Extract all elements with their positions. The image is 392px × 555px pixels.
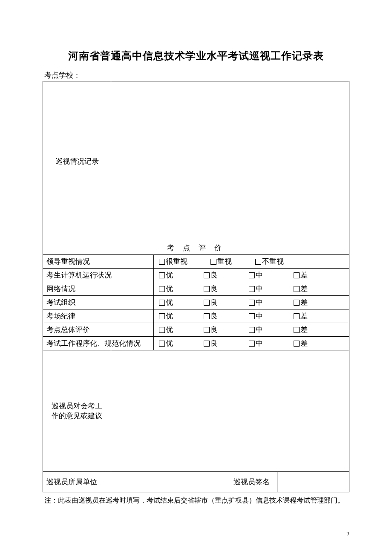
checkbox-icon[interactable] bbox=[159, 272, 165, 278]
opt-label: 良 bbox=[210, 285, 218, 293]
checkbox-icon[interactable] bbox=[249, 300, 255, 306]
checkbox-icon[interactable] bbox=[210, 259, 216, 265]
checkbox-icon[interactable] bbox=[159, 341, 165, 347]
record-content-cell[interactable] bbox=[111, 81, 349, 241]
unit-input-cell[interactable] bbox=[111, 472, 226, 492]
opt-label: 差 bbox=[300, 339, 308, 347]
record-label-cell: 巡视情况记录 bbox=[43, 81, 111, 241]
opinion-label-cell: 巡视员对会考工作的意见或建议 bbox=[43, 350, 111, 472]
opt-label: 重视 bbox=[217, 257, 232, 266]
sign-label-cell: 巡视员签名 bbox=[226, 472, 277, 492]
checkbox-icon[interactable] bbox=[204, 300, 210, 306]
row-leadership-label: 领导重视情况 bbox=[43, 255, 154, 269]
checkbox-icon[interactable] bbox=[204, 327, 210, 333]
opt-label: 差 bbox=[300, 312, 308, 320]
checkbox-icon[interactable] bbox=[294, 313, 300, 319]
school-label: 考点学校： bbox=[44, 71, 81, 79]
opt-label: 良 bbox=[210, 298, 218, 306]
opt-label: 中 bbox=[256, 339, 263, 347]
checkbox-icon[interactable] bbox=[204, 272, 210, 278]
row-computer-options: 优 良 中 差 bbox=[154, 269, 349, 282]
checkbox-icon[interactable] bbox=[249, 272, 255, 278]
checkbox-icon[interactable] bbox=[204, 286, 210, 292]
opinion-content-cell[interactable] bbox=[111, 350, 349, 472]
opt-label: 差 bbox=[300, 285, 308, 293]
opt-label: 优 bbox=[166, 312, 173, 320]
checkbox-icon[interactable] bbox=[159, 286, 165, 292]
opt-label: 不重视 bbox=[262, 257, 284, 266]
checkbox-icon[interactable] bbox=[159, 259, 165, 265]
opt-label: 良 bbox=[210, 312, 218, 320]
checkbox-icon[interactable] bbox=[294, 327, 300, 333]
row-leadership-options: 很重视 重视 不重视 bbox=[154, 255, 349, 269]
opt-label: 良 bbox=[210, 326, 218, 334]
opt-label: 良 bbox=[210, 339, 218, 347]
opt-label: 很重视 bbox=[166, 257, 187, 266]
school-line: 考点学校： bbox=[43, 70, 349, 80]
checkbox-icon[interactable] bbox=[159, 313, 165, 319]
opt-label: 优 bbox=[166, 326, 173, 334]
checkbox-icon[interactable] bbox=[249, 341, 255, 347]
checkbox-icon[interactable] bbox=[249, 313, 255, 319]
opt-label: 优 bbox=[166, 285, 173, 293]
row-computer-label: 考生计算机运行状况 bbox=[43, 269, 154, 282]
opt-label: 差 bbox=[300, 271, 308, 279]
row-network-label: 网络情况 bbox=[43, 282, 154, 296]
opt-label: 优 bbox=[166, 339, 173, 347]
main-table: 巡视情况记录 考 点 评 价 领导重视情况 很重视 重视 不重视 考生计算机运行… bbox=[43, 81, 349, 492]
checkbox-icon[interactable] bbox=[159, 300, 165, 306]
row-organization-label: 考试组织 bbox=[43, 296, 154, 309]
opt-label: 中 bbox=[256, 312, 263, 320]
checkbox-icon[interactable] bbox=[294, 300, 300, 306]
opt-label: 中 bbox=[256, 271, 263, 279]
checkbox-icon[interactable] bbox=[204, 313, 210, 319]
row-overall-label: 考点总体评价 bbox=[43, 323, 154, 337]
opt-label: 优 bbox=[166, 271, 173, 279]
footnote: 注：此表由巡视员在巡考时填写，考试结束后交省辖市（重点扩权县）信息技术课程考试管… bbox=[43, 495, 349, 506]
row-procedure-label: 考试工作程序化、规范化情况 bbox=[43, 337, 154, 350]
opt-label: 优 bbox=[166, 298, 173, 306]
row-procedure-options: 优 良 中 差 bbox=[154, 337, 349, 350]
checkbox-icon[interactable] bbox=[249, 286, 255, 292]
unit-label-cell: 巡视员所属单位 bbox=[43, 472, 111, 492]
opt-label: 差 bbox=[300, 298, 308, 306]
opt-label: 差 bbox=[300, 326, 308, 334]
row-overall-options: 优 良 中 差 bbox=[154, 323, 349, 337]
page-number: 2 bbox=[346, 531, 349, 538]
evaluation-section-header: 考 点 评 价 bbox=[43, 241, 349, 255]
opt-label: 中 bbox=[256, 298, 263, 306]
document-title: 河南省普通高中信息技术学业水平考试巡视工作记录表 bbox=[43, 49, 349, 63]
opt-label: 中 bbox=[256, 326, 263, 334]
row-organization-options: 优 良 中 差 bbox=[154, 296, 349, 309]
checkbox-icon[interactable] bbox=[255, 259, 261, 265]
checkbox-icon[interactable] bbox=[204, 341, 210, 347]
checkbox-icon[interactable] bbox=[294, 272, 300, 278]
row-network-options: 优 良 中 差 bbox=[154, 282, 349, 296]
school-input-line[interactable] bbox=[81, 72, 183, 80]
opt-label: 中 bbox=[256, 285, 263, 293]
sign-input-cell[interactable] bbox=[277, 472, 349, 492]
checkbox-icon[interactable] bbox=[294, 341, 300, 347]
row-discipline-label: 考场纪律 bbox=[43, 309, 154, 323]
opt-label: 良 bbox=[210, 271, 218, 279]
checkbox-icon[interactable] bbox=[159, 327, 165, 333]
row-discipline-options: 优 良 中 差 bbox=[154, 309, 349, 323]
checkbox-icon[interactable] bbox=[249, 327, 255, 333]
checkbox-icon[interactable] bbox=[294, 286, 300, 292]
